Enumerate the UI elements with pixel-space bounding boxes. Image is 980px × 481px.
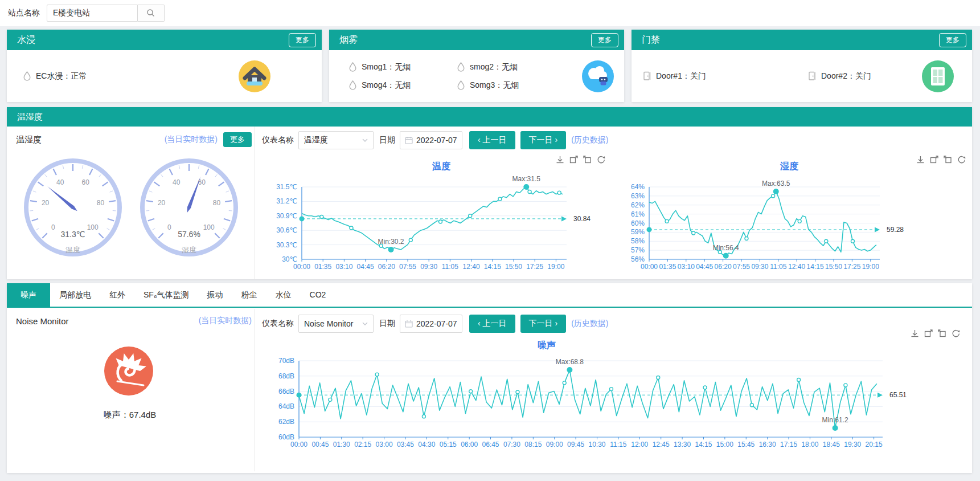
- chevron-down-icon: [362, 322, 368, 325]
- prev-day-button[interactable]: ‹ 上一日: [469, 131, 515, 149]
- svg-text:100: 100: [203, 223, 215, 231]
- svg-text:04:45: 04:45: [357, 263, 374, 271]
- search-button[interactable]: [138, 5, 165, 22]
- date-picker[interactable]: 2022-07-07: [400, 131, 462, 149]
- door-sensor-item: Door#2：关门: [808, 71, 871, 81]
- temperature-gauge: 02040608010031.3℃温度: [16, 150, 130, 270]
- svg-text:06:45: 06:45: [482, 441, 499, 449]
- tab-vibration[interactable]: 振动: [198, 283, 232, 307]
- droplet-icon: [348, 62, 357, 72]
- next-day-button[interactable]: 下一日 ›: [520, 131, 567, 149]
- svg-text:15:50: 15:50: [505, 263, 522, 271]
- svg-text:09:45: 09:45: [567, 441, 584, 449]
- temp-humidity-panel-title: 温湿度: [17, 112, 43, 123]
- svg-text:湿度: 湿度: [182, 246, 196, 254]
- svg-text:08:15: 08:15: [524, 441, 542, 449]
- smoke-badge: [582, 60, 614, 92]
- svg-text:07:55: 07:55: [733, 263, 750, 271]
- smoke-card-header: 烟雾 更多: [329, 30, 624, 50]
- prev-day-button[interactable]: ‹ 上一日: [469, 315, 515, 333]
- svg-text:31.3℃: 31.3℃: [61, 230, 85, 239]
- date-value: 2022-07-07: [416, 319, 457, 328]
- svg-text:60: 60: [198, 178, 206, 186]
- smoke-detector-icon: [582, 60, 614, 92]
- noise-chart: 70dB68dB66dB64dB62dB60dB00:0000:4501:300…: [259, 337, 972, 451]
- tab-noise[interactable]: 噪声: [7, 283, 50, 307]
- droplet-icon: [457, 80, 465, 90]
- svg-text:19:30: 19:30: [844, 441, 861, 449]
- svg-text:00:00: 00:00: [641, 263, 658, 271]
- top-search-bar: 站点名称: [0, 0, 980, 26]
- svg-text:56%: 56%: [631, 255, 645, 263]
- smoke-card-title: 烟雾: [339, 34, 358, 46]
- svg-text:15:45: 15:45: [737, 441, 755, 449]
- tab-water-level[interactable]: 水位: [266, 283, 301, 307]
- noise-zone-label: Noise Monitor: [16, 316, 69, 326]
- date-picker[interactable]: 2022-07-07: [400, 315, 462, 333]
- svg-text:15:00: 15:00: [716, 441, 733, 449]
- svg-text:07:55: 07:55: [399, 263, 416, 271]
- svg-text:Max:31.5: Max:31.5: [512, 175, 541, 183]
- th-toolbar: 仪表名称 温湿度 日期 2022-07-07 ‹ 上一日 下一日 › (历史数据…: [262, 131, 608, 149]
- door-access-card: 门禁 更多 Door#1：关门 Door#2：关门: [632, 30, 972, 102]
- water-card-body: EC水浸：正常: [7, 50, 322, 102]
- date-value: 2022-07-07: [416, 136, 457, 145]
- gauge-zone-actions: (当日实时数据) 更多: [165, 132, 252, 147]
- smoke-more-button[interactable]: 更多: [591, 33, 618, 47]
- svg-text:11:05: 11:05: [770, 263, 786, 271]
- door-more-button[interactable]: 更多: [939, 33, 966, 47]
- smoke-sensor-item: Smog4：无烟: [348, 80, 457, 91]
- svg-text:68dB: 68dB: [278, 372, 294, 380]
- svg-text:30.3℃: 30.3℃: [276, 241, 297, 249]
- next-day-button[interactable]: 下一日 ›: [520, 315, 567, 333]
- svg-text:12:45: 12:45: [653, 441, 670, 449]
- tab-infrared[interactable]: 红外: [100, 283, 134, 307]
- door-card-title: 门禁: [642, 34, 660, 46]
- realtime-data-link[interactable]: (当日实时数据): [165, 134, 218, 145]
- door-icon: [922, 60, 954, 92]
- water-more-button[interactable]: 更多: [289, 33, 316, 47]
- svg-text:Max:68.8: Max:68.8: [556, 358, 584, 366]
- tab-sf6-gas[interactable]: SF₆气体监测: [134, 283, 198, 307]
- svg-text:100: 100: [87, 223, 99, 231]
- smoke-sensor-item: smog2：无烟: [457, 62, 565, 72]
- date-label: 日期: [379, 319, 395, 329]
- svg-text:0: 0: [167, 223, 171, 231]
- site-search-box: [47, 5, 165, 22]
- droplet-icon: [348, 80, 357, 90]
- svg-text:19:00: 19:00: [862, 263, 879, 271]
- svg-text:09:30: 09:30: [420, 263, 437, 271]
- realtime-data-link[interactable]: (当日实时数据): [199, 316, 252, 326]
- svg-text:Min:61.2: Min:61.2: [822, 416, 848, 424]
- water-immersion-card: 水浸 更多 EC水浸：正常: [7, 30, 322, 102]
- svg-text:06:20: 06:20: [715, 263, 732, 271]
- svg-text:18:45: 18:45: [823, 441, 840, 449]
- svg-text:20:15: 20:15: [866, 441, 883, 449]
- humidity-chart: 64%63%62%61%60%59%58%57%56%00:0001:3503:…: [606, 153, 972, 278]
- svg-text:00:45: 00:45: [311, 441, 329, 449]
- svg-text:04:30: 04:30: [418, 441, 435, 449]
- tab-dust[interactable]: 粉尘: [232, 283, 266, 307]
- smoke-sensor-item: Smog1：无烟: [348, 62, 457, 72]
- svg-text:01:35: 01:35: [659, 263, 676, 271]
- svg-text:03:10: 03:10: [678, 263, 695, 271]
- svg-text:61%: 61%: [631, 210, 645, 218]
- gauge-zone-label: 温湿度: [16, 134, 42, 145]
- gauge-more-button[interactable]: 更多: [223, 132, 252, 147]
- history-data-link[interactable]: (历史数据): [571, 319, 608, 329]
- tab-partial-discharge[interactable]: 局部放电: [50, 283, 100, 307]
- svg-text:13:30: 13:30: [674, 441, 691, 449]
- date-label: 日期: [379, 135, 395, 145]
- site-search-input[interactable]: [47, 5, 138, 22]
- meter-select[interactable]: Noise Monitor: [298, 315, 374, 333]
- water-sensor-item: EC水浸：正常: [23, 71, 87, 81]
- tab-co2[interactable]: CO2: [301, 283, 335, 307]
- svg-text:31.5℃: 31.5℃: [276, 183, 297, 191]
- svg-text:16:30: 16:30: [759, 441, 776, 449]
- door-leaf-icon: [808, 71, 817, 81]
- vertical-divider: [255, 309, 255, 471]
- meter-select[interactable]: 温湿度: [298, 131, 374, 149]
- history-data-link[interactable]: (历史数据): [571, 135, 608, 145]
- svg-text:17:25: 17:25: [843, 263, 860, 271]
- site-name-label: 站点名称: [8, 8, 40, 18]
